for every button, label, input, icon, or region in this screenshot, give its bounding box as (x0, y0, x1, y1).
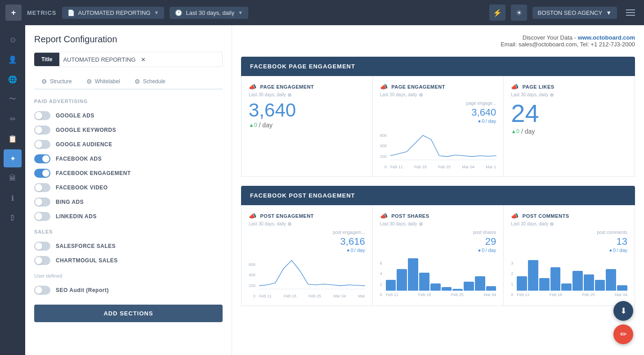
lightning-icon: ⚡ (493, 9, 502, 17)
toggle-track[interactable] (34, 111, 50, 120)
paid-advertising-label: PAID ADVERTISING (34, 99, 223, 104)
bar-c (550, 267, 561, 291)
sidebar-item-info[interactable]: ℹ (4, 189, 22, 207)
sidebar-item-crypto[interactable]: ₿ (4, 209, 22, 227)
tab-structure-label: Structure (50, 78, 72, 85)
toggle-track[interactable] (34, 183, 50, 192)
card-subtitle-2: Last 30 days, daily (380, 92, 496, 97)
title-clear-btn[interactable]: ✕ (141, 56, 219, 63)
title-row: Title AUTOMATED REPORTING ✕ (34, 52, 223, 67)
sidebar-item-flag[interactable]: ✦ (4, 149, 22, 167)
chart-delta: ●0 / day (380, 118, 496, 124)
lightning-button[interactable]: ⚡ (489, 4, 505, 21)
chevron-down-icon-3: ▼ (606, 9, 612, 16)
toggle-track[interactable] (34, 286, 50, 295)
discover-text: Discover Your Data - (523, 34, 578, 41)
big-number-1: 3,640 (249, 101, 365, 120)
toggle-facebook-ads[interactable] (34, 154, 50, 163)
toggle-label-google-keywords: GOOGLE KEYWORDS (56, 127, 116, 133)
toggle-track[interactable] (34, 169, 50, 178)
toggle-google-ads[interactable] (34, 111, 50, 120)
toggle-track[interactable] (34, 198, 50, 207)
structure-icon: ⚙ (41, 78, 47, 85)
reporting-dropdown[interactable]: 📄 AUTOMATED REPORTING ▼ (62, 7, 165, 19)
sales-label: SALES (34, 229, 223, 234)
fb-page-engagement-cards: 📣 PAGE ENGAGEMENT Last 30 days, daily 3,… (241, 76, 635, 177)
sidebar-item-tasks[interactable]: 📋 (4, 130, 22, 148)
toggle-label-google-ads: GOOGLE ADS (56, 112, 94, 119)
card-subtitle-post-1: Last 30 days, daily (249, 221, 365, 226)
toggle-google-keywords[interactable] (34, 126, 50, 135)
card-title-2: PAGE ENGAGEMENT (391, 84, 445, 90)
card-header-3: 📣 PAGE LIKES (511, 83, 627, 90)
edit-button[interactable]: ✏ (613, 324, 633, 344)
megaphone-icon-comments: 📣 (511, 212, 519, 220)
add-sections-button[interactable]: ADD SECTIONS (34, 305, 223, 322)
download-button[interactable]: ⬇ (613, 301, 633, 321)
tab-whitelabel-label: Whitelabel (95, 78, 120, 85)
card-title-post-comments: POST COMMENTS (523, 213, 569, 219)
fb-page-engagement-section: FACEBOOK PAGE ENGAGEMENT 📣 PAGE ENGAGEME… (241, 57, 635, 177)
y-labels-comments: 3210 (511, 261, 513, 297)
sidebar-item-users[interactable]: 👤 (4, 50, 22, 68)
bar (430, 283, 441, 291)
toggle-track[interactable] (34, 256, 50, 265)
fb-post-engagement-cards: 📣 POST ENGAGEMENT Last 30 days, daily po… (241, 205, 635, 306)
toggle-track[interactable] (34, 212, 50, 221)
toggle-row-seo-audit: SEO Audit (Report) (34, 283, 223, 297)
card-title-post-1: POST ENGAGEMENT (260, 213, 314, 219)
toggle-track[interactable] (34, 126, 50, 135)
bar (475, 276, 485, 291)
metrics-label: METRICS (27, 9, 57, 16)
toggle-facebook-engagement[interactable] (34, 169, 50, 178)
toggle-label-seo-audit: SEO Audit (Report) (56, 287, 109, 293)
card-page-engagement-1: 📣 PAGE ENGAGEMENT Last 30 days, daily 3,… (242, 76, 373, 176)
fb-post-engagement-section: FACEBOOK POST ENGAGEMENT 📣 POST ENGAGEME… (241, 186, 635, 306)
website-url[interactable]: www.octoboard.com (578, 34, 635, 41)
toggle-label-salesforce: SALESFORCE SALES (56, 243, 116, 249)
sidebar-item-dashboard[interactable]: ⊙ (4, 31, 22, 49)
chart-value-comments: 13 (511, 236, 627, 247)
bar-c (606, 269, 616, 291)
toggle-track[interactable] (34, 140, 50, 149)
toggle-chartmogul[interactable] (34, 256, 50, 265)
toggle-google-audience[interactable] (34, 140, 50, 149)
agency-dropdown[interactable]: BOSTON SEO AGENCY ▼ (532, 7, 617, 19)
y-labels-post: 6004002000 (249, 262, 255, 298)
sun-button[interactable]: ☀ (511, 4, 527, 21)
bar (486, 286, 496, 291)
tab-whitelabel[interactable]: ⚙ Whitelabel (79, 74, 127, 90)
card-subtitle-shares: Last 30 days, daily (380, 221, 496, 226)
date-dropdown[interactable]: 🕐 Last 30 days, daily ▼ (170, 7, 248, 19)
bar (452, 289, 463, 291)
logo-button[interactable]: + (5, 4, 22, 21)
toggle-track[interactable] (34, 242, 50, 251)
hamburger-line-3 (626, 15, 635, 16)
bar-c (572, 271, 583, 291)
hamburger-button[interactable] (622, 4, 639, 21)
big-number-likes: 24 (511, 101, 627, 126)
sidebar-item-building[interactable]: 🏛 (4, 169, 22, 187)
line-chart-svg (390, 126, 496, 162)
toggle-facebook-video[interactable] (34, 183, 50, 192)
toggle-track[interactable] (34, 154, 50, 163)
sidebar-item-pencil[interactable]: ✏ (4, 110, 22, 128)
tab-structure[interactable]: ⚙ Structure (34, 74, 79, 90)
chart-delta-shares: ●0 / day (380, 247, 496, 253)
toggle-seo-audit[interactable] (34, 286, 50, 295)
toggle-salesforce[interactable] (34, 242, 50, 251)
tab-schedule[interactable]: ⚙ Schedule (127, 74, 173, 90)
title-tab[interactable]: Title (34, 53, 59, 66)
per-day-likes: ▲0 / day (511, 128, 627, 135)
megaphone-icon-2: 📣 (380, 83, 388, 90)
bar (419, 273, 429, 291)
chevron-down-icon-2: ▼ (238, 10, 243, 15)
report-preview-panel: Discover Your Data - www.octoboard.com E… (232, 25, 644, 355)
toggle-linkedin-ads[interactable] (34, 212, 50, 221)
toggle-label-facebook-video: FACEBOOK VIDEO (56, 184, 108, 191)
megaphone-icon-shares: 📣 (380, 212, 388, 220)
sidebar-item-globe[interactable]: 🌐 (4, 70, 22, 88)
sidebar-item-analytics[interactable]: 〜 (4, 90, 22, 108)
x-labels: Feb 11Feb 18Feb 25Mar 04Mar 1 (390, 165, 496, 169)
toggle-bing-ads[interactable] (34, 198, 50, 207)
